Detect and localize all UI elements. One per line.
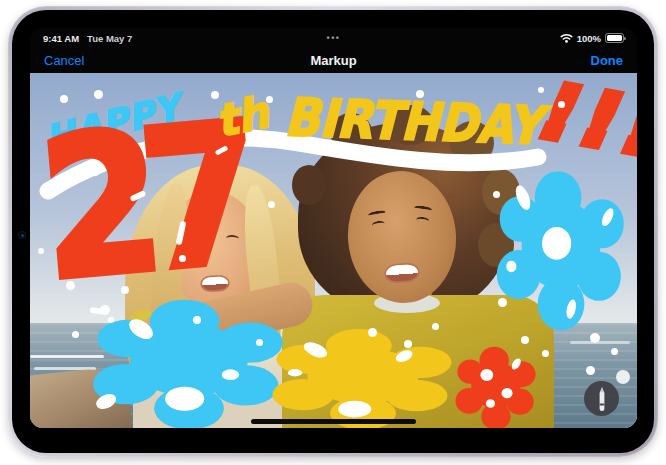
- marker-pen-icon: [595, 386, 609, 412]
- person-left-smile: [202, 277, 228, 291]
- person-right-curl: [478, 223, 514, 267]
- device-bezel: 9:41 AM Tue May 7 ••• 100%: [12, 10, 654, 453]
- cancel-button[interactable]: Cancel: [44, 53, 84, 68]
- battery-nub: [624, 37, 626, 41]
- person-right-curl: [330, 113, 372, 151]
- battery-icon: [605, 33, 624, 43]
- page-title: Markup: [310, 53, 356, 68]
- status-bar: 9:41 AM Tue May 7 ••• 100%: [30, 28, 637, 48]
- device-frame: 9:41 AM Tue May 7 ••• 100%: [8, 6, 658, 457]
- screen: 9:41 AM Tue May 7 ••• 100%: [30, 28, 637, 428]
- person-right-curl: [292, 165, 326, 205]
- person-right-curl: [386, 105, 434, 145]
- battery-fill: [607, 35, 622, 41]
- home-indicator[interactable]: [251, 419, 416, 424]
- wave-foam: [30, 355, 104, 358]
- front-camera-icon: [18, 231, 26, 239]
- status-date: Tue May 7: [87, 33, 132, 44]
- ipad-device: 9:41 AM Tue May 7 ••• 100%: [0, 0, 666, 465]
- person-right-curl: [450, 121, 494, 165]
- person-left-eye: [226, 235, 239, 243]
- person-right-sweatshirt: [282, 295, 554, 428]
- markup-tools-button[interactable]: [584, 381, 619, 416]
- multitask-indicator[interactable]: •••: [327, 33, 341, 43]
- battery-percent: 100%: [577, 33, 601, 44]
- markup-toolbar: Cancel Markup Done: [30, 48, 637, 73]
- wave-foam: [570, 341, 630, 344]
- person-right-curl: [482, 169, 520, 215]
- wifi-icon: [560, 33, 573, 43]
- done-button[interactable]: Done: [591, 53, 624, 68]
- status-time: 9:41 AM: [43, 33, 79, 44]
- photo-canvas[interactable]: HAPPY 27 th BIRTHDAY !!!: [30, 73, 637, 428]
